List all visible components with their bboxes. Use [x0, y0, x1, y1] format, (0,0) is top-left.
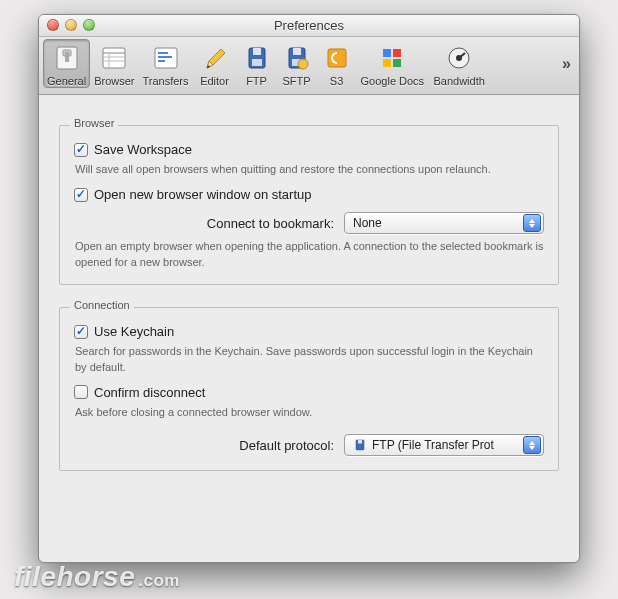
- tab-label: SFTP: [282, 75, 310, 87]
- tab-label: S3: [330, 75, 343, 87]
- preferences-toolbar: General Browser: [39, 37, 579, 95]
- content-area: Browser Save Workspace Will save all ope…: [39, 95, 579, 491]
- connection-group: Connection Use Keychain Search for passw…: [59, 307, 559, 471]
- tab-label: Transfers: [142, 75, 188, 87]
- save-workspace-checkbox[interactable]: [74, 143, 88, 157]
- popup-arrows-icon: [523, 214, 541, 232]
- save-workspace-label: Save Workspace: [94, 142, 192, 157]
- svg-rect-23: [383, 49, 391, 57]
- svg-rect-16: [253, 48, 261, 55]
- tab-bandwidth[interactable]: Bandwidth: [428, 39, 490, 88]
- browser-group: Browser Save Workspace Will save all ope…: [59, 125, 559, 285]
- tab-label: Bandwidth: [433, 75, 484, 87]
- watermark: filehorse.com: [14, 561, 180, 593]
- save-workspace-help: Will save all open browsers when quittin…: [75, 162, 544, 177]
- svg-point-21: [298, 59, 308, 69]
- tab-label: Browser: [94, 75, 134, 87]
- minimize-button[interactable]: [65, 19, 77, 31]
- svg-rect-17: [252, 59, 262, 66]
- tab-general[interactable]: General: [43, 39, 90, 88]
- svg-rect-31: [358, 440, 362, 444]
- connect-bookmark-label: Connect to bookmark:: [74, 216, 334, 231]
- s3-icon: [321, 42, 353, 74]
- svg-rect-3: [103, 48, 125, 68]
- svg-rect-11: [158, 60, 165, 62]
- tab-label: FTP: [246, 75, 267, 87]
- use-keychain-checkbox[interactable]: [74, 325, 88, 339]
- tab-s3[interactable]: S3: [317, 39, 357, 88]
- open-new-browser-label: Open new browser window on startup: [94, 187, 312, 202]
- confirm-disconnect-checkbox[interactable]: [74, 385, 88, 399]
- tab-editor[interactable]: Editor: [193, 39, 237, 88]
- disk-icon: [241, 42, 273, 74]
- window-title: Preferences: [274, 18, 344, 33]
- google-icon: [376, 42, 408, 74]
- disk-icon: [353, 438, 367, 452]
- switch-icon: [51, 42, 83, 74]
- connect-bookmark-help: Open an empty browser when opening the a…: [75, 239, 544, 270]
- disk-lock-icon: [281, 42, 313, 74]
- titlebar[interactable]: Preferences: [39, 15, 579, 37]
- zoom-button[interactable]: [83, 19, 95, 31]
- gauge-icon: [443, 42, 475, 74]
- watermark-brand: filehorse: [14, 561, 135, 592]
- connect-bookmark-popup[interactable]: None: [344, 212, 544, 234]
- open-new-browser-checkbox[interactable]: [74, 188, 88, 202]
- tab-google-docs[interactable]: Google Docs: [357, 39, 429, 88]
- preferences-window: Preferences General: [38, 14, 580, 563]
- default-protocol-value: FTP (File Transfer Prot: [353, 438, 519, 452]
- browser-icon: [98, 42, 130, 74]
- default-protocol-popup[interactable]: FTP (File Transfer Prot: [344, 434, 544, 456]
- svg-rect-24: [393, 49, 401, 57]
- tab-transfers[interactable]: Transfers: [138, 39, 192, 88]
- popup-arrows-icon: [523, 436, 541, 454]
- watermark-suffix: .com: [138, 571, 180, 590]
- group-title: Browser: [70, 117, 118, 129]
- pencil-icon: [199, 42, 231, 74]
- use-keychain-help: Search for passwords in the Keychain. Sa…: [75, 344, 544, 375]
- use-keychain-label: Use Keychain: [94, 324, 174, 339]
- transfers-icon: [150, 42, 182, 74]
- default-protocol-text: FTP (File Transfer Prot: [372, 438, 494, 452]
- confirm-disconnect-help: Ask before closing a connected browser w…: [75, 405, 544, 420]
- connect-bookmark-value: None: [353, 216, 519, 230]
- svg-rect-10: [158, 56, 172, 58]
- svg-rect-2: [65, 52, 69, 62]
- tab-label: Google Docs: [361, 75, 425, 87]
- svg-rect-19: [293, 48, 301, 55]
- traffic-lights: [47, 19, 95, 31]
- tab-sftp[interactable]: SFTP: [277, 39, 317, 88]
- group-title: Connection: [70, 299, 134, 311]
- close-button[interactable]: [47, 19, 59, 31]
- svg-rect-25: [383, 59, 391, 67]
- svg-rect-26: [393, 59, 401, 67]
- svg-rect-22: [328, 49, 346, 67]
- svg-rect-9: [158, 52, 168, 54]
- tab-label: Editor: [200, 75, 229, 87]
- tab-browser[interactable]: Browser: [90, 39, 138, 88]
- tab-label: General: [47, 75, 86, 87]
- confirm-disconnect-label: Confirm disconnect: [94, 385, 205, 400]
- tab-ftp[interactable]: FTP: [237, 39, 277, 88]
- default-protocol-label: Default protocol:: [74, 438, 334, 453]
- toolbar-overflow[interactable]: »: [562, 55, 571, 73]
